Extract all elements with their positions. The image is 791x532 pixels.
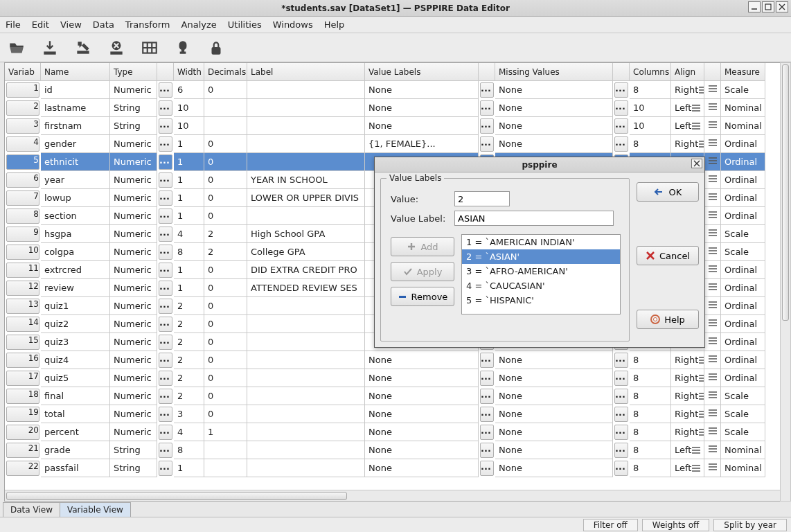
- measure-cell[interactable]: Ordinal: [721, 279, 765, 297]
- row-number[interactable]: 12: [6, 281, 39, 296]
- measure-cell[interactable]: Ordinal: [721, 189, 765, 207]
- type-edit-button[interactable]: ...: [159, 461, 172, 476]
- align-cell[interactable]: Right: [671, 135, 704, 153]
- minimize-button[interactable]: [748, 1, 761, 12]
- type-edit-button[interactable]: ...: [159, 335, 172, 350]
- measure-cell[interactable]: Ordinal: [721, 315, 765, 333]
- menu-view[interactable]: View: [60, 19, 82, 30]
- missing-values-button[interactable]: ...: [614, 353, 628, 368]
- measure-cell[interactable]: Ordinal: [721, 261, 765, 279]
- missing-values-button[interactable]: ...: [614, 443, 628, 458]
- help-button[interactable]: Help: [637, 310, 699, 329]
- measure-cell[interactable]: Scale: [721, 225, 765, 243]
- column-header[interactable]: Label: [247, 63, 365, 81]
- column-header[interactable]: Missing Values: [495, 63, 613, 81]
- apply-button[interactable]: Apply: [391, 262, 454, 281]
- menu-windows[interactable]: Windows: [273, 19, 313, 30]
- column-header[interactable]: Name: [41, 63, 110, 81]
- label-cell[interactable]: [247, 423, 365, 441]
- width-cell[interactable]: 4: [174, 225, 204, 243]
- measure-cell[interactable]: Ordinal: [721, 297, 765, 315]
- row-number[interactable]: 7: [6, 190, 39, 206]
- missing-values-button[interactable]: ...: [614, 136, 628, 152]
- width-cell[interactable]: 1: [174, 261, 204, 279]
- label-cell[interactable]: [247, 99, 365, 117]
- name-cell[interactable]: total: [41, 405, 110, 423]
- align-cell[interactable]: Right: [671, 81, 704, 99]
- label-cell[interactable]: [247, 117, 365, 135]
- column-header[interactable]: Decimals: [204, 63, 247, 81]
- row-number[interactable]: 3: [6, 118, 39, 134]
- name-cell[interactable]: final: [41, 387, 110, 405]
- menu-edit[interactable]: Edit: [32, 19, 49, 30]
- value-labels-button[interactable]: ...: [480, 389, 494, 404]
- row-number[interactable]: 16: [6, 353, 39, 368]
- decimals-cell[interactable]: [204, 441, 247, 459]
- value-labels-list[interactable]: 1 = `AMERICAN INDIAN'2 = `ASIAN'3 = `AFR…: [461, 234, 621, 314]
- name-cell[interactable]: year: [41, 171, 110, 189]
- clear-icon[interactable]: [107, 37, 126, 58]
- add-button[interactable]: Add: [391, 237, 454, 256]
- decimals-cell[interactable]: 0: [204, 207, 247, 225]
- row-number[interactable]: 10: [6, 245, 39, 260]
- measure-cell[interactable]: Ordinal: [721, 135, 765, 153]
- type-edit-button[interactable]: ...: [159, 281, 172, 296]
- missing-values-button[interactable]: ...: [614, 100, 628, 116]
- label-cell[interactable]: [247, 135, 365, 153]
- type-edit-button[interactable]: ...: [159, 154, 172, 170]
- decimals-cell[interactable]: 0: [204, 153, 247, 171]
- decimals-cell[interactable]: 0: [204, 297, 247, 315]
- column-header[interactable]: Type: [110, 63, 157, 81]
- width-cell[interactable]: 10: [174, 117, 204, 135]
- label-cell[interactable]: High School GPA: [247, 225, 365, 243]
- row-number[interactable]: 1: [6, 82, 39, 98]
- value-labels-button[interactable]: ...: [480, 425, 494, 440]
- name-cell[interactable]: lowup: [41, 189, 110, 207]
- width-cell[interactable]: 1: [174, 207, 204, 225]
- name-cell[interactable]: id: [41, 81, 110, 99]
- column-header[interactable]: [704, 63, 721, 81]
- type-edit-button[interactable]: ...: [159, 407, 172, 422]
- decimals-cell[interactable]: [204, 99, 247, 117]
- name-cell[interactable]: quiz4: [41, 351, 110, 369]
- label-cell[interactable]: LOWER OR UPPER DIVIS: [247, 189, 365, 207]
- width-cell[interactable]: 1: [174, 279, 204, 297]
- decimals-cell[interactable]: 0: [204, 405, 247, 423]
- label-cell[interactable]: [247, 387, 365, 405]
- vertical-scrollbar[interactable]: [780, 62, 791, 502]
- columns-cell[interactable]: 8: [630, 459, 671, 477]
- row-number[interactable]: 11: [6, 263, 39, 278]
- name-cell[interactable]: quiz3: [41, 333, 110, 351]
- horizontal-scrollbar[interactable]: [5, 490, 786, 501]
- align-cell[interactable]: Left: [671, 441, 704, 459]
- column-header[interactable]: Align: [671, 63, 704, 81]
- columns-cell[interactable]: 8: [630, 387, 671, 405]
- name-cell[interactable]: firstnam: [41, 117, 110, 135]
- measure-cell[interactable]: Ordinal: [721, 351, 765, 369]
- width-cell[interactable]: 2: [174, 297, 204, 315]
- row-number[interactable]: 2: [6, 100, 39, 116]
- type-edit-button[interactable]: ...: [159, 227, 172, 242]
- name-cell[interactable]: quiz2: [41, 315, 110, 333]
- width-cell[interactable]: 4: [174, 423, 204, 441]
- missing-values-button[interactable]: ...: [614, 389, 628, 404]
- value-labels-button[interactable]: ...: [480, 443, 494, 458]
- decimals-cell[interactable]: 1: [204, 423, 247, 441]
- decimals-cell[interactable]: 0: [204, 171, 247, 189]
- row-number[interactable]: 9: [6, 227, 39, 242]
- name-cell[interactable]: ethnicit: [41, 153, 110, 171]
- missing-values-button[interactable]: ...: [614, 425, 628, 440]
- value-label-item[interactable]: 1 = `AMERICAN INDIAN': [462, 235, 620, 249]
- name-cell[interactable]: colgpa: [41, 243, 110, 261]
- menu-help[interactable]: Help: [324, 19, 345, 30]
- grid-icon[interactable]: [140, 37, 159, 58]
- width-cell[interactable]: 2: [174, 351, 204, 369]
- value-label-item[interactable]: 2 = `ASIAN': [462, 249, 620, 264]
- align-cell[interactable]: Left: [671, 117, 704, 135]
- value-label-item[interactable]: 5 = `HISPANIC': [462, 293, 620, 308]
- row-number[interactable]: 21: [6, 443, 39, 458]
- lock-icon[interactable]: [206, 37, 226, 58]
- name-cell[interactable]: hsgpa: [41, 225, 110, 243]
- label-cell[interactable]: College GPA: [247, 243, 365, 261]
- variable-icon[interactable]: [173, 37, 193, 58]
